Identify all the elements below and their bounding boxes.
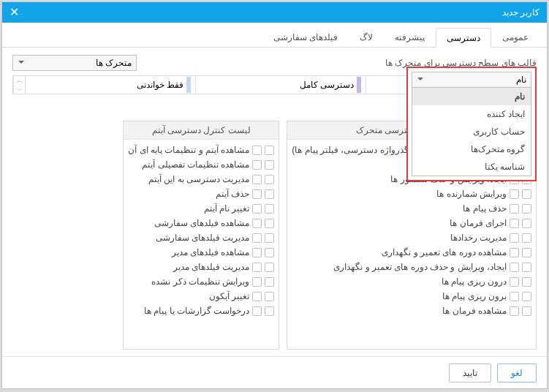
checkbox[interactable] <box>252 175 262 184</box>
tab-access[interactable]: دسترسی <box>436 28 491 48</box>
new-user-dialog: کاربر جدید ✕ عمومی دسترسی پیشرفته لاگ فی… <box>1 1 548 389</box>
checkbox[interactable] <box>252 160 262 170</box>
checkbox[interactable] <box>522 292 531 301</box>
dialog-titlebar: کاربر جدید ✕ <box>2 2 547 23</box>
checkbox[interactable] <box>252 292 262 301</box>
sort-select[interactable]: نام <box>412 72 531 88</box>
units-select[interactable]: متحرک ها <box>12 55 137 71</box>
checkbox[interactable] <box>265 277 274 287</box>
list-item[interactable]: درون ریزی پیام ها <box>292 274 531 289</box>
list-item[interactable]: تغییر آیکون <box>128 289 274 304</box>
checkbox[interactable] <box>510 277 519 287</box>
checkbox[interactable] <box>510 248 519 257</box>
cancel-button[interactable]: لغو <box>497 363 537 382</box>
list-item[interactable]: درخواست گزارشات یا پیام ها <box>128 304 274 318</box>
checkbox[interactable] <box>252 233 262 243</box>
scrollbar-stub[interactable]: ︿﹀ <box>13 76 25 94</box>
tab-advanced[interactable]: پیشرفته <box>384 27 436 47</box>
list-item[interactable]: مدیریت فیلدهای سفارشی <box>128 230 274 245</box>
list-item[interactable]: حذف پیام ها <box>292 201 531 216</box>
checkbox[interactable] <box>265 219 274 228</box>
list-item[interactable]: ویرایش شمارنده ها <box>292 186 531 201</box>
checkbox[interactable] <box>265 189 274 199</box>
dropdown-option-account[interactable]: حساب کاربری <box>412 123 531 140</box>
checkbox[interactable] <box>265 306 274 316</box>
checkbox[interactable] <box>510 306 519 316</box>
checkbox[interactable] <box>522 204 531 214</box>
list-item[interactable]: مشاهده دوره های تعمیر و نگهداری <box>292 245 531 260</box>
close-icon[interactable]: ✕ <box>10 2 19 23</box>
list-item[interactable]: مدیریت دسترسی به این آیتم <box>128 172 274 186</box>
tab-general[interactable]: عمومی <box>491 27 539 47</box>
perm-read-only-label: فقط خواندنی <box>137 80 183 90</box>
checkbox[interactable] <box>522 189 531 199</box>
checkbox[interactable] <box>252 219 262 228</box>
checkbox[interactable] <box>510 204 519 214</box>
checkbox[interactable] <box>510 263 519 272</box>
list-item[interactable]: مشاهده فیلدهای سفارشی <box>128 216 274 230</box>
checkbox[interactable] <box>265 248 274 257</box>
dialog-title: کاربر جدید <box>502 2 539 23</box>
checkbox[interactable] <box>265 204 274 214</box>
checkbox[interactable] <box>522 219 531 228</box>
checkbox[interactable] <box>252 248 262 257</box>
checkbox[interactable] <box>265 233 274 243</box>
list-item[interactable]: ویرایش تنظیمات ذکر نشده <box>128 274 274 289</box>
list-item[interactable]: تغییر نام آیتم <box>128 201 274 216</box>
checkbox[interactable] <box>252 306 262 316</box>
checkbox[interactable] <box>252 263 262 272</box>
ok-button[interactable]: تایید <box>449 363 491 382</box>
list-item[interactable]: مدیریت فیلدهای مدیر <box>128 260 274 274</box>
chevron-down-icon <box>18 58 25 68</box>
item-acl-panel: لیست کنترل دسترسی آیتم مشاهده آیتم و تنظ… <box>123 121 279 350</box>
dropdown-option-unique-id[interactable]: شناسه یکتا <box>412 158 531 176</box>
checkbox[interactable] <box>522 306 531 316</box>
left-column-spacer <box>0 121 116 350</box>
checkbox[interactable] <box>265 263 274 272</box>
checkbox[interactable] <box>522 263 531 272</box>
list-item[interactable]: حذف آیتم <box>128 186 274 201</box>
list-item[interactable]: مشاهده فیلدهای مدیر <box>128 245 274 260</box>
checkbox[interactable] <box>265 175 274 184</box>
tab-strip: عمومی دسترسی پیشرفته لاگ فیلدهای سفارشی <box>2 23 547 48</box>
checkbox[interactable] <box>265 160 274 170</box>
checkbox[interactable] <box>252 277 262 287</box>
dropdown-option-unit-group[interactable]: گروه متحرک‌ها <box>412 140 531 158</box>
checkbox[interactable] <box>522 248 531 257</box>
list-item[interactable]: مشاهده تنظیمات تفصیلی آیتم <box>128 157 274 172</box>
checkbox[interactable] <box>265 292 274 301</box>
list-item[interactable]: مشاهده آیتم و تنظیمات پایه ای آن <box>128 143 274 157</box>
item-acl-list: مشاهده آیتم و تنظیمات پایه ای آن مشاهده … <box>124 140 279 349</box>
checkbox[interactable] <box>252 146 262 155</box>
sort-dropdown-highlight: نام نام ایجاد کننده حساب کاربری گروه متح… <box>406 67 537 181</box>
list-item[interactable]: مشاهده فرمان ها <box>292 304 531 318</box>
sort-dropdown-list: نام ایجاد کننده حساب کاربری گروه متحرک‌ه… <box>412 88 531 176</box>
units-select-value: متحرک ها <box>96 58 132 68</box>
checkbox[interactable] <box>252 189 262 199</box>
list-item[interactable]: اجرای فرمان ها <box>292 216 531 230</box>
checkbox[interactable] <box>510 233 519 243</box>
item-acl-title: لیست کنترل دسترسی آیتم <box>124 121 279 140</box>
dialog-footer: لغو تایید <box>2 356 547 388</box>
checkbox[interactable] <box>510 189 519 199</box>
swatch-full-access <box>357 77 361 93</box>
list-item[interactable]: ایجاد، ویرایش و حذف دوره های تعمیر و نگه… <box>292 260 531 274</box>
checkbox[interactable] <box>510 292 519 301</box>
checkbox[interactable] <box>252 204 262 214</box>
checkbox[interactable] <box>265 146 274 155</box>
list-item[interactable]: مدیریت رخدادها <box>292 230 531 245</box>
perm-full-access-label: دسترسی کامل <box>300 80 354 90</box>
list-item[interactable]: برون ریزی پیام ها <box>292 289 531 304</box>
perm-read-only[interactable]: فقط خواندنی <box>25 76 195 94</box>
checkbox[interactable] <box>510 219 519 228</box>
chevron-down-icon <box>417 75 424 85</box>
perm-full-access[interactable]: دسترسی کامل <box>195 76 366 94</box>
checkbox[interactable] <box>522 277 531 287</box>
dropdown-option-creator[interactable]: ایجاد کننده <box>412 105 531 123</box>
tab-custom-fields[interactable]: فیلدهای سفارشی <box>262 27 349 47</box>
checkbox[interactable] <box>522 233 531 243</box>
tab-log[interactable]: لاگ <box>349 27 384 47</box>
sort-select-value: نام <box>516 75 526 85</box>
swatch-read-only <box>186 77 191 93</box>
dropdown-option-name[interactable]: نام <box>412 88 531 105</box>
